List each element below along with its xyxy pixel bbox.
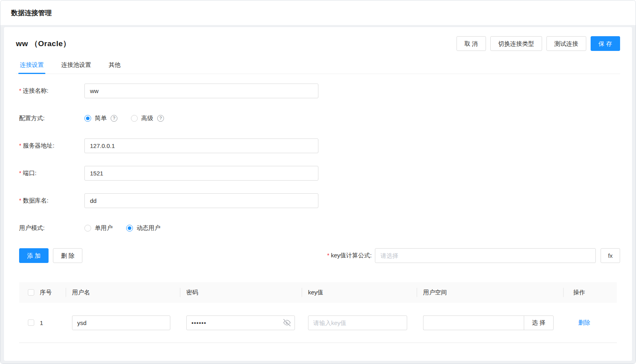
- save-button[interactable]: 保 存: [591, 36, 620, 51]
- row-cell-userspace: 选 择: [417, 315, 563, 330]
- server-address-label: *服务器地址:: [16, 142, 84, 150]
- toolbar-right: *key值计算公式: fx: [327, 248, 620, 263]
- form-row-connection-name: *连接名称:: [16, 84, 620, 98]
- form-row-server-address: *服务器地址:: [16, 138, 620, 153]
- required-mark: *: [19, 88, 21, 94]
- help-icon[interactable]: ?: [111, 115, 117, 122]
- header-cell-index: 序号: [40, 289, 66, 296]
- userspace-field: 选 择: [423, 315, 554, 330]
- userspace-select-button[interactable]: 选 择: [524, 315, 554, 330]
- help-icon[interactable]: ?: [157, 115, 164, 122]
- data-connection-manager-window: 数据连接管理 ww （Oracle） 取 消 切换连接类型 测试连接 保 存 连…: [0, 0, 636, 364]
- database-name-input[interactable]: [84, 193, 318, 208]
- form-row-database-name: *数据库名:: [16, 193, 620, 208]
- required-mark: *: [327, 252, 329, 259]
- panel-header: ww （Oracle） 取 消 切换连接类型 测试连接 保 存: [16, 36, 620, 51]
- content-background: ww （Oracle） 取 消 切换连接类型 测试连接 保 存 连接设置 连接池…: [0, 25, 636, 364]
- required-mark: *: [19, 170, 21, 176]
- row-cell-checkbox: [19, 319, 40, 326]
- user-mode-label: 用户模式:: [16, 224, 84, 232]
- row-checkbox[interactable]: [28, 319, 34, 326]
- database-name-label: *数据库名:: [16, 197, 84, 204]
- password-input[interactable]: [186, 315, 295, 330]
- form-row-config-mode: 配置方式: 简单 ? 高级 ?: [16, 111, 620, 126]
- connection-panel: ww （Oracle） 取 消 切换连接类型 测试连接 保 存 连接设置 连接池…: [4, 27, 632, 361]
- user-mode-radio-group: 单用户 动态用户: [84, 224, 160, 232]
- table-header: 序号 用户名 密码 key值 用户空间 操作: [19, 282, 617, 303]
- connection-form: *连接名称: 配置方式: 简单 ?: [16, 84, 620, 236]
- row-delete-link[interactable]: 删除: [578, 319, 590, 326]
- user-table-toolbar: 添 加 删 除 *key值计算公式: fx: [16, 248, 620, 263]
- tab-other[interactable]: 其他: [108, 58, 121, 74]
- radio-selected-icon: [126, 225, 133, 232]
- connection-name-input[interactable]: [84, 84, 318, 98]
- required-mark: *: [19, 142, 21, 149]
- header-cell-key: key值: [302, 289, 417, 296]
- toolbar-left: 添 加 删 除: [16, 248, 82, 263]
- radio-dynamic-user[interactable]: 动态用户: [126, 224, 160, 232]
- required-mark: *: [19, 197, 21, 204]
- radio-selected-icon: [84, 115, 91, 122]
- server-address-input[interactable]: [84, 138, 318, 153]
- header-cell-operation: 操作: [563, 289, 617, 296]
- radio-single-user[interactable]: 单用户: [84, 224, 113, 232]
- key-value-input[interactable]: [308, 315, 407, 330]
- tab-connection-settings[interactable]: 连接设置: [19, 58, 45, 74]
- delete-user-button[interactable]: 删 除: [53, 248, 82, 263]
- page-title: ww （Oracle）: [16, 36, 71, 49]
- radio-advanced[interactable]: 高级 ?: [131, 115, 164, 122]
- row-cell-key: [302, 315, 417, 330]
- username-input[interactable]: [72, 315, 170, 330]
- select-all-checkbox[interactable]: [28, 289, 34, 296]
- row-cell-password: [180, 315, 302, 330]
- row-cell-username: [66, 315, 180, 330]
- port-input[interactable]: [84, 166, 318, 181]
- header-cell-userspace: 用户空间: [417, 289, 563, 296]
- titlebar: 数据连接管理: [0, 0, 636, 25]
- tab-bar: 连接设置 连接池设置 其他: [16, 58, 620, 74]
- tab-connection-pool-settings[interactable]: 连接池设置: [60, 58, 92, 74]
- user-table: 序号 用户名 密码 key值 用户空间 操作 1: [19, 282, 617, 343]
- port-label: *端口:: [16, 169, 84, 177]
- header-cell-password: 密码: [180, 289, 302, 296]
- key-formula-input[interactable]: [375, 248, 596, 263]
- form-row-port: *端口:: [16, 166, 620, 181]
- eye-off-icon[interactable]: [283, 319, 291, 326]
- switch-connection-type-button[interactable]: 切换连接类型: [490, 36, 542, 51]
- form-row-user-mode: 用户模式: 单用户 动态用户: [16, 221, 620, 236]
- header-cell-checkbox: [19, 289, 40, 296]
- config-mode-label: 配置方式:: [16, 115, 84, 122]
- header-cell-username: 用户名: [66, 289, 180, 296]
- table-row: 1: [19, 303, 617, 343]
- key-formula-label: *key值计算公式:: [327, 252, 372, 259]
- action-buttons: 取 消 切换连接类型 测试连接 保 存: [457, 36, 620, 51]
- radio-unselected-icon: [84, 225, 91, 232]
- add-user-button[interactable]: 添 加: [19, 248, 49, 263]
- row-cell-index: 1: [40, 319, 66, 326]
- password-field: [186, 315, 295, 330]
- fx-formula-button[interactable]: fx: [601, 248, 620, 263]
- radio-simple[interactable]: 简单 ?: [84, 115, 117, 122]
- radio-unselected-icon: [131, 115, 138, 122]
- connection-name-label: *连接名称:: [16, 87, 84, 95]
- userspace-input[interactable]: [423, 315, 524, 330]
- test-connection-button[interactable]: 测试连接: [546, 36, 586, 51]
- cancel-button[interactable]: 取 消: [457, 36, 486, 51]
- config-mode-radio-group: 简单 ? 高级 ?: [84, 115, 164, 122]
- window-title: 数据连接管理: [11, 8, 52, 18]
- row-cell-operation: 删除: [563, 319, 617, 327]
